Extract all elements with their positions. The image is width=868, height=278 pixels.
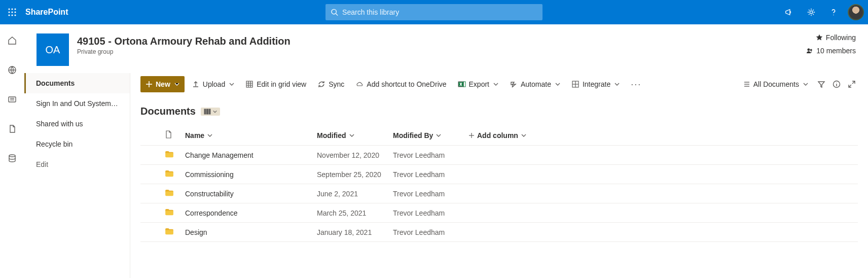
edit-grid-label: Edit in grid view [257, 80, 306, 88]
row-name[interactable]: Correspondence [181, 203, 313, 223]
files-icon[interactable] [2, 119, 22, 139]
nav-signin-system[interactable]: Sign In and Out System (... [24, 93, 130, 114]
megaphone-icon[interactable] [779, 0, 799, 24]
view-switcher[interactable] [201, 108, 220, 116]
table-row[interactable]: DesignJanuary 18, 2021Trevor Leedham [140, 223, 858, 242]
row-modified-by[interactable]: Trevor Leedham [389, 203, 465, 223]
row-modified-by[interactable]: Trevor Leedham [389, 223, 465, 242]
view-label: All Documents [753, 80, 799, 88]
table-row[interactable]: ConstructabilityJune 2, 2021Trevor Leedh… [140, 184, 858, 203]
search-input[interactable] [342, 8, 537, 16]
more-button[interactable]: ··· [627, 79, 645, 90]
automate-button[interactable]: Automate [505, 76, 564, 92]
main-pane: New Upload Edit in grid view S [130, 73, 868, 278]
svg-point-12 [833, 15, 834, 15]
add-column-header[interactable]: Add column [465, 125, 536, 146]
news-icon[interactable] [2, 89, 22, 110]
row-spacer [536, 146, 858, 165]
table-row[interactable]: CorrespondenceMarch 25, 2021Trevor Leedh… [140, 203, 858, 223]
home-icon[interactable] [2, 30, 22, 51]
row-name[interactable]: Constructability [181, 184, 313, 203]
upload-button[interactable]: Upload [188, 76, 238, 92]
row-modified-by[interactable]: Trevor Leedham [389, 184, 465, 203]
edit-grid-button[interactable]: Edit in grid view [241, 76, 310, 92]
svg-point-1 [11, 8, 13, 10]
row-type [161, 146, 181, 165]
settings-icon[interactable] [801, 0, 821, 24]
chevron-down-icon [555, 82, 560, 87]
integrate-button[interactable]: Integrate [567, 76, 624, 92]
site-tile[interactable]: OA [37, 33, 69, 66]
info-icon [833, 80, 841, 88]
svg-point-8 [14, 14, 16, 16]
chevron-down-icon [493, 82, 498, 87]
nav-recycle-bin[interactable]: Recycle bin [24, 134, 130, 154]
select-all-header[interactable] [140, 125, 161, 146]
help-icon[interactable] [823, 0, 844, 24]
nav-shared-with-us[interactable]: Shared with us [24, 114, 130, 134]
modified-header[interactable]: Modified [313, 125, 389, 146]
row-type [161, 184, 181, 203]
content: OA 49105 - Ortona Armoury Rehab and Addi… [24, 24, 868, 278]
view-selector[interactable]: All Documents [738, 76, 812, 92]
row-name[interactable]: Change Management [181, 146, 313, 165]
sync-icon [317, 80, 326, 88]
filter-icon [817, 80, 825, 88]
row-modified-by[interactable]: Trevor Leedham [389, 165, 465, 184]
plus-icon [146, 81, 153, 88]
svg-point-11 [810, 11, 812, 13]
row-modified-by[interactable]: Trevor Leedham [389, 146, 465, 165]
row-modified: January 18, 2021 [313, 223, 389, 242]
new-button[interactable]: New [140, 76, 185, 92]
row-type [161, 203, 181, 223]
integrate-icon [571, 80, 580, 88]
row-type [161, 223, 181, 242]
upload-label: Upload [203, 80, 225, 88]
app-launcher-icon[interactable] [0, 0, 24, 24]
sync-button[interactable]: Sync [313, 76, 348, 92]
name-header[interactable]: Name [181, 125, 313, 146]
following-label: Following [826, 33, 856, 42]
chevron-down-icon [614, 82, 620, 87]
export-button[interactable]: Export [454, 76, 502, 92]
type-header[interactable] [161, 125, 181, 146]
nav-edit[interactable]: Edit [26, 154, 130, 175]
following-button[interactable]: Following [806, 33, 856, 42]
row-select[interactable] [140, 184, 161, 203]
nav-documents[interactable]: Documents [24, 73, 130, 93]
filter-button[interactable] [815, 76, 827, 92]
search-icon [331, 8, 338, 16]
chevron-down-icon [174, 82, 179, 87]
globe-icon[interactable] [2, 60, 22, 80]
shortcut-button[interactable]: Add shortcut to OneDrive [351, 76, 450, 92]
table-row[interactable]: CommissioningSeptember 25, 2020Trevor Le… [140, 165, 858, 184]
row-name[interactable]: Commissioning [181, 165, 313, 184]
folder-icon [165, 228, 174, 235]
expand-button[interactable] [846, 76, 858, 92]
add-column-label: Add column [477, 131, 518, 140]
row-select[interactable] [140, 223, 161, 242]
suite-bar: SharePoint [0, 0, 868, 24]
user-avatar[interactable] [848, 4, 864, 20]
svg-point-9 [332, 9, 336, 14]
table-row[interactable]: Change ManagementNovember 12, 2020Trevor… [140, 146, 858, 165]
search-box[interactable] [326, 4, 542, 20]
modifiedby-header[interactable]: Modified By [389, 125, 465, 146]
row-select[interactable] [140, 146, 161, 165]
chevron-down-icon [436, 133, 441, 138]
svg-rect-22 [246, 81, 252, 87]
svg-point-19 [810, 49, 812, 51]
row-name[interactable]: Design [181, 223, 313, 242]
tiles-icon [204, 109, 211, 115]
brand-label[interactable]: SharePoint [25, 8, 68, 17]
row-empty [465, 203, 536, 223]
site-title[interactable]: 49105 - Ortona Armoury Rehab and Additio… [77, 36, 291, 47]
lists-icon[interactable] [2, 148, 22, 168]
members-button[interactable]: 10 members [806, 47, 856, 55]
row-select[interactable] [140, 203, 161, 223]
app-rail [0, 24, 24, 278]
folder-icon [165, 151, 174, 158]
info-button[interactable] [830, 76, 843, 92]
folder-icon [165, 189, 174, 196]
row-select[interactable] [140, 165, 161, 184]
